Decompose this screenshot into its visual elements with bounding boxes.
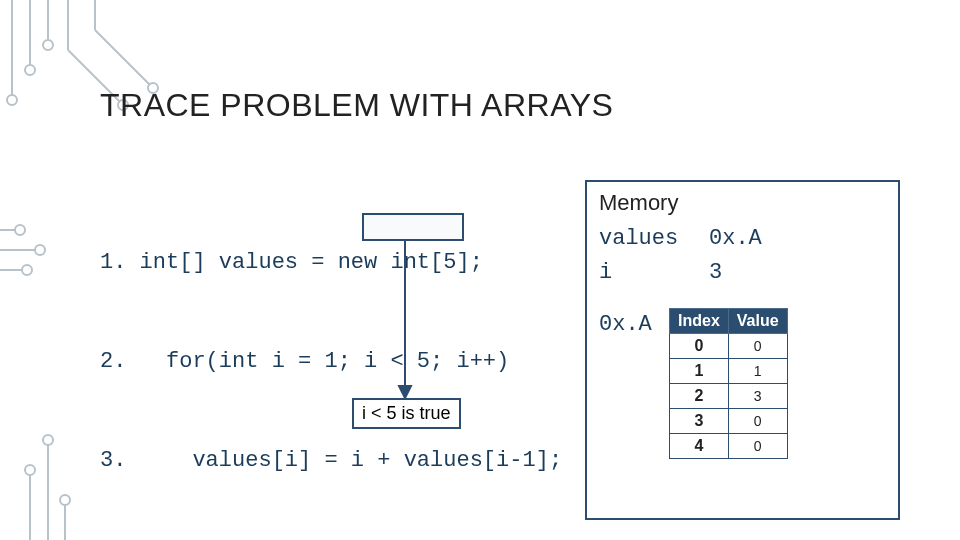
table-row: 40	[670, 434, 788, 459]
memory-panel: Memory values0x.A i3 0x.A Index Value 00…	[585, 180, 900, 520]
callout-box: i < 5 is true	[352, 398, 461, 429]
page-title: TRACE PROBLEM WITH ARRAYS	[100, 87, 613, 124]
code-highlight-box	[362, 213, 464, 241]
table-row: 11	[670, 359, 788, 384]
memory-var-row: values0x.A	[599, 222, 886, 256]
code-block: 1. int[] values = new int[5]; 2. for(int…	[100, 180, 588, 540]
table-row: 30	[670, 409, 788, 434]
svg-point-17	[22, 265, 32, 275]
array-table: Index Value 00 11 23 30 40	[669, 308, 788, 459]
memory-heading: Memory	[599, 190, 886, 216]
svg-marker-25	[399, 386, 411, 398]
svg-point-19	[25, 465, 35, 475]
svg-point-23	[60, 495, 70, 505]
svg-point-21	[43, 435, 53, 445]
svg-point-15	[35, 245, 45, 255]
table-row: 00	[670, 334, 788, 359]
svg-point-5	[43, 40, 53, 50]
array-address-label: 0x.A	[599, 308, 669, 337]
table-row: 23	[670, 384, 788, 409]
svg-point-1	[7, 95, 17, 105]
svg-line-10	[95, 30, 150, 85]
arrow	[395, 240, 415, 398]
memory-var-row: i3	[599, 256, 886, 290]
svg-point-3	[25, 65, 35, 75]
svg-point-13	[15, 225, 25, 235]
